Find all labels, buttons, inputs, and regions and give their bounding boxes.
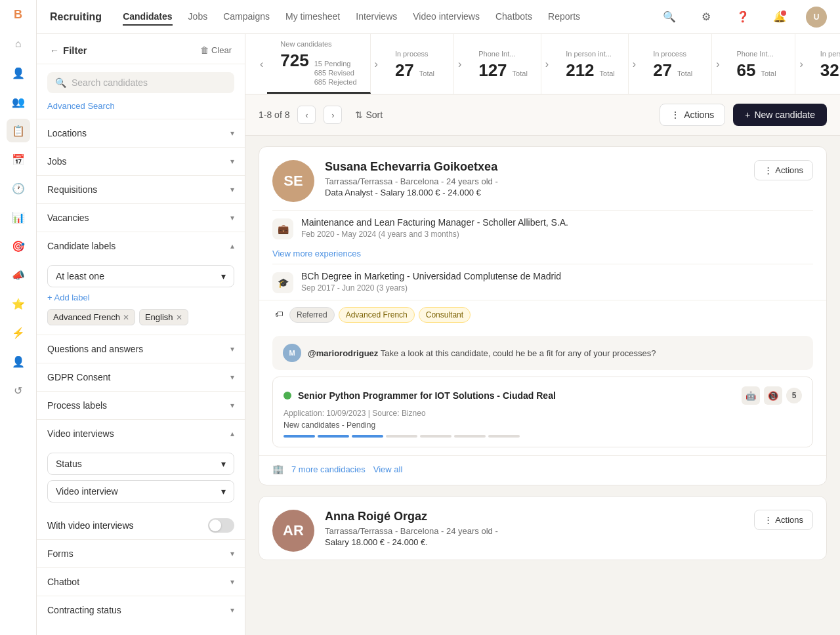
filter-section-vacancies-header[interactable]: Vacancies ▾ xyxy=(37,204,245,232)
tag-referred[interactable]: Referred xyxy=(289,307,335,323)
experience-title-scholler: Maintenance and Lean Facturing Manager -… xyxy=(301,217,568,228)
pipeline-in-process-2-next[interactable]: › xyxy=(712,34,723,94)
candidate-actions-button-anna[interactable]: ⋮ Actions xyxy=(754,510,813,530)
lightning-icon[interactable]: ⚡ xyxy=(7,321,30,344)
nav-candidates[interactable]: Candidates xyxy=(123,9,172,26)
search-icon[interactable]: 🔍 xyxy=(659,7,680,28)
building-icon: 🏢 xyxy=(272,464,284,474)
new-candidate-button[interactable]: + New candidate xyxy=(733,104,827,126)
pipeline-new-candidates-next[interactable]: › xyxy=(371,34,382,94)
candidate-meta-anna: Tarrassa/Terrassa - Barcelona - 24 years… xyxy=(325,526,744,536)
pipeline-prev-button[interactable]: ‹ xyxy=(256,34,267,94)
pipeline-phone-int-2-next[interactable]: › xyxy=(795,34,807,94)
pagination-prev-button[interactable]: ‹ xyxy=(297,106,316,124)
filter-section-process-labels: Process labels ▾ xyxy=(37,391,245,419)
nav-campaigns[interactable]: Campaigns xyxy=(223,9,270,26)
tag-advanced-french[interactable]: Advanced French xyxy=(339,307,415,323)
video-status-dropdown[interactable]: Status ▾ xyxy=(47,453,234,475)
star-icon[interactable]: ⭐ xyxy=(7,292,30,316)
nav-chatbots[interactable]: Chatbots xyxy=(495,9,532,26)
sort-button[interactable]: ⇅ Sort xyxy=(350,107,388,123)
clock-icon[interactable]: 🕐 xyxy=(7,176,30,200)
nav-interviews[interactable]: Interviews xyxy=(356,9,397,26)
with-video-interviews-label: With video interviews xyxy=(47,520,134,531)
pipeline-card-phone-int-1[interactable]: Phone Int... 127 Total xyxy=(465,34,541,94)
users-icon[interactable]: 👥 xyxy=(7,90,30,113)
settings-icon[interactable]: ⚙ xyxy=(696,7,717,28)
calendar-icon[interactable]: 📅 xyxy=(7,148,30,171)
filter-section-jobs: Jobs ▾ xyxy=(37,147,245,175)
pipeline-phone-int-1-next[interactable]: › xyxy=(541,34,553,94)
person-settings-icon[interactable]: 👤 xyxy=(7,350,30,373)
help-icon[interactable]: ❓ xyxy=(732,7,753,28)
education-title-madrid: BCh Degree in Marketing - Universidad Co… xyxy=(301,271,561,281)
toolbar-actions-button[interactable]: ⋮ Actions xyxy=(660,104,725,126)
nav-jobs[interactable]: Jobs xyxy=(188,9,208,26)
back-icon[interactable]: ← xyxy=(50,45,59,56)
people-icon[interactable]: 👤 xyxy=(7,61,30,85)
home-icon[interactable]: ⌂ xyxy=(7,32,30,56)
notifications-icon[interactable]: 🔔 xyxy=(769,7,790,28)
clear-filter-button[interactable]: 🗑 Clear xyxy=(200,45,232,55)
pipeline-phone-int-2-label: Phone Int... xyxy=(736,50,782,58)
education-date-madrid: Sep 2017 - Jun 2020 (3 years) xyxy=(301,283,561,293)
target-icon[interactable]: 🎯 xyxy=(7,234,30,258)
filter-section-locations-header[interactable]: Locations ▾ xyxy=(37,119,245,147)
comment-avatar-mario: M xyxy=(283,344,301,362)
video-interview-dropdown[interactable]: Video interview ▾ xyxy=(47,480,234,502)
filter-section-questions-header[interactable]: Questions and answers ▾ xyxy=(37,335,245,363)
nav-video-interviews[interactable]: Video interviews xyxy=(413,9,480,26)
chevron-up-icon: ▴ xyxy=(230,429,234,438)
history-icon[interactable]: ↺ xyxy=(7,379,30,402)
with-video-interviews-toggle[interactable] xyxy=(208,518,234,533)
application-status-dot xyxy=(284,392,291,399)
dots-icon: ⋮ xyxy=(764,515,772,525)
filter-section-requisitions-header[interactable]: Requisitions ▾ xyxy=(37,176,245,203)
filter-section-chatbot-header[interactable]: Chatbot ▾ xyxy=(37,568,245,596)
filter-section-video-interviews-header[interactable]: Video interviews ▴ xyxy=(37,420,245,447)
pipeline-in-person-1-next[interactable]: › xyxy=(629,34,640,94)
recruiting-icon[interactable]: 📋 xyxy=(7,119,30,142)
pipeline-card-in-person-2[interactable]: In person int... 32 Total xyxy=(807,34,840,94)
filter-section-process-labels-header[interactable]: Process labels ▾ xyxy=(37,392,245,419)
remove-advanced-french-button[interactable]: ✕ xyxy=(123,313,129,322)
view-more-experiences-link[interactable]: View more experiences xyxy=(272,246,813,264)
filter-section-video-interviews: Video interviews ▴ Status ▾ Video interv… xyxy=(37,419,245,539)
nav-reports[interactable]: Reports xyxy=(548,9,580,26)
search-input[interactable] xyxy=(72,77,226,88)
pipeline-in-process-1-total: 27 xyxy=(395,62,414,79)
video-interview-placeholder: Video interview xyxy=(56,486,118,497)
add-label-button[interactable]: + Add label xyxy=(47,293,234,302)
pipeline-card-in-process-1[interactable]: In process 27 Total xyxy=(382,34,454,94)
pipeline-card-new-candidates[interactable]: New candidates 725 15 Pending 685 Revise… xyxy=(267,34,370,94)
progress-seg-2 xyxy=(318,435,349,438)
pagination-next-button[interactable]: › xyxy=(324,106,342,124)
pipeline-card-in-person-1[interactable]: In person int... 212 Total xyxy=(553,34,629,94)
toolbar-actions-label: Actions xyxy=(684,110,714,120)
filter-section-jobs-header[interactable]: Jobs ▾ xyxy=(37,148,245,175)
tag-consultant[interactable]: Consultant xyxy=(419,307,471,323)
user-avatar[interactable]: U xyxy=(806,7,827,28)
candidate-labels-dropdown[interactable]: At least one ▾ xyxy=(47,265,234,287)
more-candidacies-link[interactable]: 7 more candidacies xyxy=(291,464,366,474)
chart-icon[interactable]: 📊 xyxy=(7,205,30,229)
top-nav: Recruiting Candidates Jobs Campaigns My … xyxy=(37,0,840,34)
nav-timesheet[interactable]: My timesheet xyxy=(285,9,340,26)
robot-icon: 🤖 xyxy=(742,386,760,405)
candidate-actions-button-susana[interactable]: ⋮ Actions xyxy=(754,160,813,180)
filter-section-contracting-status-header[interactable]: Contracting status ▾ xyxy=(37,596,245,624)
application-status-text: New candidates - Pending xyxy=(284,420,802,430)
filter-section-forms-header[interactable]: Forms ▾ xyxy=(37,540,245,567)
trash-icon: 🗑 xyxy=(200,45,209,55)
remove-english-button[interactable]: ✕ xyxy=(176,313,182,322)
pipeline-in-process-1-next[interactable]: › xyxy=(454,34,465,94)
view-all-link[interactable]: View all xyxy=(373,464,403,474)
advanced-search-link[interactable]: Advanced Search xyxy=(37,101,245,119)
pipeline-card-in-process-2[interactable]: In process 27 Total xyxy=(640,34,712,94)
pipeline-card-phone-int-2[interactable]: Phone Int... 65 Total xyxy=(723,34,795,94)
filter-title: ← Filter xyxy=(50,45,87,56)
filter-section-candidate-labels-header[interactable]: Candidate labels ▴ xyxy=(37,232,245,260)
filter-section-gdpr-header[interactable]: GDPR Consent ▾ xyxy=(37,363,245,391)
chevron-down-icon: ▾ xyxy=(221,486,226,497)
megaphone-icon[interactable]: 📣 xyxy=(7,263,30,287)
